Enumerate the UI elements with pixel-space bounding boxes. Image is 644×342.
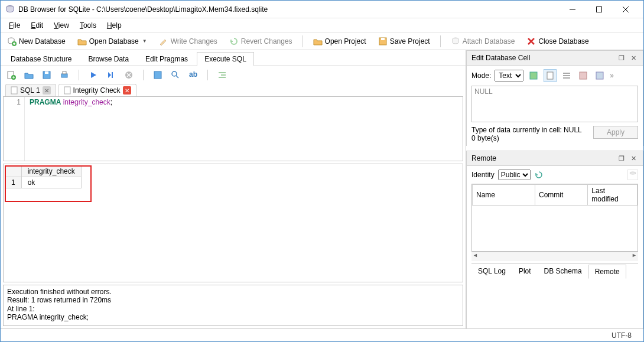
log-line: At line 1: [7, 305, 459, 313]
edit-blob-button[interactable] [593, 69, 606, 82]
menu-tools[interactable]: Tools [75, 19, 101, 31]
minimize-button[interactable] [559, 1, 586, 18]
line-gutter: 1 [4, 97, 25, 161]
tab-db-schema[interactable]: DB Schema [538, 264, 588, 278]
undock-icon[interactable]: ❐ [617, 53, 626, 63]
save-project-icon [378, 37, 388, 46]
open-sql-button[interactable] [23, 69, 35, 81]
tab-browse-data[interactable]: Browse Data [80, 52, 136, 66]
log-line: PRAGMA integrity_check; [7, 313, 459, 321]
tab-execute-sql[interactable]: Execute SQL [197, 52, 254, 66]
apply-button[interactable]: Apply [593, 126, 638, 139]
svg-rect-26 [154, 71, 161, 79]
remote-col-modified[interactable]: Last modified [588, 185, 638, 206]
tab-remote[interactable]: Remote [588, 265, 626, 279]
remote-col-name[interactable]: Name [473, 185, 535, 206]
null-button[interactable] [560, 69, 573, 82]
menu-edit[interactable]: Edit [26, 19, 48, 31]
revert-icon [229, 37, 239, 46]
close-database-button[interactable]: Close Database [522, 34, 593, 48]
mode-select[interactable]: Text [495, 70, 523, 82]
revert-changes-button[interactable]: Revert Changes [225, 34, 297, 48]
tab-plot[interactable]: Plot [512, 264, 538, 278]
remote-table[interactable]: Name Commit Last modified [471, 184, 638, 252]
remote-col-commit[interactable]: Commit [535, 185, 588, 206]
editor-tab-label: Integrity Check [73, 86, 121, 95]
tab-sql-log[interactable]: SQL Log [471, 264, 512, 278]
identity-label: Identity [471, 171, 495, 179]
result-cell[interactable]: ok [21, 177, 81, 188]
identity-select[interactable]: Public [498, 170, 531, 180]
close-tab-icon[interactable]: ✕ [123, 86, 131, 95]
svg-rect-41 [596, 72, 603, 79]
save-project-button[interactable]: Save Project [374, 34, 434, 48]
save-sql-button[interactable] [41, 69, 53, 81]
run-line-button[interactable] [105, 69, 117, 81]
import-button[interactable] [527, 69, 540, 82]
new-sql-tab-button[interactable] [5, 69, 17, 81]
encoding-indicator: UTF-8 [612, 331, 632, 340]
svg-point-42 [630, 172, 636, 174]
write-changes-label: Write Changes [171, 37, 217, 45]
svg-rect-35 [530, 72, 537, 79]
find-button[interactable] [170, 69, 181, 81]
remote-panel-header: Remote ❐ ✕ [466, 151, 643, 166]
new-database-button[interactable]: New Database [3, 34, 70, 48]
close-panel-icon[interactable]: ✕ [629, 154, 638, 163]
table-row[interactable]: 1 ok [5, 177, 82, 188]
log-line: Result: 1 rows returned in 720ms [7, 296, 459, 304]
edit-cell-panel-body: Mode: Text » NULL Type of data currently… [466, 66, 643, 146]
sql-file-icon [64, 86, 71, 95]
open-database-button[interactable]: Open Database ▼ [73, 34, 151, 48]
mode-label: Mode: [471, 71, 491, 80]
sql-editor[interactable]: 1 PRAGMA integrity_check; [3, 96, 463, 161]
close-button[interactable] [612, 1, 639, 18]
tab-database-structure[interactable]: Database Structure [3, 52, 79, 66]
refresh-button[interactable] [534, 170, 544, 180]
row-number: 1 [5, 177, 22, 188]
run-button[interactable] [87, 69, 99, 81]
maximize-button[interactable] [586, 1, 612, 18]
title-bar: DB Browser for SQLite - C:\Users\coene\D… [1, 1, 643, 18]
edit-cell-panel-header: Edit Database Cell ❐ ✕ [466, 50, 643, 66]
editor-tab-integrity[interactable]: Integrity Check ✕ [58, 84, 136, 96]
find-replace-button[interactable]: ab [187, 69, 199, 81]
export-button[interactable] [544, 69, 557, 82]
editor-tab-sql1[interactable]: SQL 1 ✕ [5, 84, 56, 96]
close-tab-icon[interactable]: ✕ [43, 86, 51, 95]
attach-database-button[interactable]: Attach Database [447, 34, 519, 48]
open-project-label: Open Project [325, 37, 366, 45]
result-column-header[interactable]: integrity_check [21, 166, 81, 177]
new-db-icon [7, 37, 17, 46]
open-project-button[interactable]: Open Project [309, 34, 370, 48]
stop-button[interactable] [123, 69, 135, 81]
new-database-label: New Database [19, 37, 66, 45]
toolbar-separator [440, 35, 441, 47]
cell-value-editor[interactable]: NULL [471, 86, 638, 122]
more-icon[interactable]: » [610, 71, 614, 80]
close-panel-icon[interactable]: ✕ [629, 53, 638, 63]
edit-text-button[interactable] [577, 69, 590, 82]
save-results-button[interactable] [152, 69, 164, 81]
undock-icon[interactable]: ❐ [617, 154, 626, 163]
print-button[interactable] [58, 69, 70, 81]
sql-content[interactable]: PRAGMA integrity_check; [25, 97, 463, 161]
horizontal-scrollbar[interactable] [471, 252, 638, 261]
menu-help[interactable]: Help [102, 19, 126, 31]
remote-panel-body: Identity Public Name Commit Last modifie… [466, 166, 643, 328]
tab-edit-pragmas[interactable]: Edit Pragmas [138, 52, 196, 66]
toolbar-separator [303, 35, 303, 47]
panel-title: Remote [471, 154, 614, 162]
write-changes-button[interactable]: Write Changes [155, 34, 222, 48]
menu-view[interactable]: View [49, 19, 74, 31]
execution-log[interactable]: Execution finished without errors. Resul… [3, 285, 463, 326]
push-button[interactable] [627, 170, 638, 180]
svg-text:ab: ab [189, 70, 197, 79]
indent-button[interactable] [216, 69, 228, 81]
toolbar-separator [143, 70, 144, 80]
svg-point-27 [172, 71, 177, 76]
svg-rect-2 [596, 6, 601, 12]
result-grid[interactable]: integrity_check 1 ok [3, 164, 463, 282]
menu-file[interactable]: File [4, 19, 25, 31]
editor-tab-label: SQL 1 [20, 86, 40, 95]
